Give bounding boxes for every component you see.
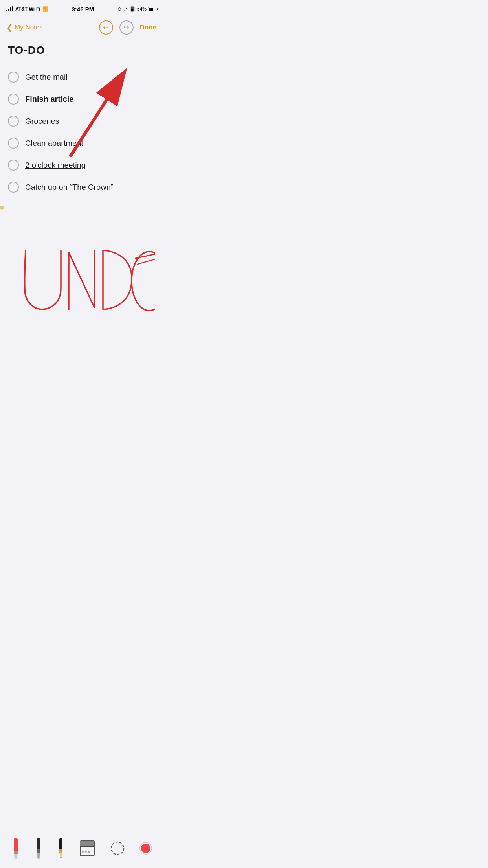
todo-item: Finish article [8,88,155,110]
location-icon: ⊙ [117,6,121,12]
back-label: My Notes [15,24,43,31]
nav-actions: ↩ ↪ Done [99,20,157,35]
redo-button[interactable]: ↪ [119,20,134,35]
todo-item: Clean apartment [8,132,155,154]
back-button[interactable]: ❮ My Notes [6,24,43,31]
battery-icon [148,7,156,11]
todo-text-6: Catch up on “The Crown” [25,183,114,192]
carrier-text: AT&T Wi-Fi [15,6,40,12]
done-button[interactable]: Done [140,24,157,31]
todo-text-5: 2 o'clock meeting [25,161,86,170]
status-left: AT&T Wi-Fi 📶 [6,6,48,12]
wifi-icon: 📶 [42,6,48,12]
status-bar: AT&T Wi-Fi 📶 3:46 PM ⊙ ↗ 📳 64% [0,0,163,17]
todo-item: 2 o'clock meeting [8,154,155,176]
chevron-left-icon: ❮ [6,24,13,31]
divider-dot [0,206,4,210]
status-right: ⊙ ↗ 📳 64% [117,6,156,12]
note-content: TO-DO Get the mail Finish article Grocer… [0,38,163,204]
status-time: 3:46 PM [48,6,117,13]
todo-item: Get the mail [8,66,155,88]
nav-bar: ❮ My Notes ↩ ↪ Done [0,17,163,38]
signal-icon [6,7,13,11]
divider-line [6,208,156,208]
todo-checkbox-2[interactable] [8,94,19,105]
drawing-area[interactable] [0,211,163,337]
note-title: TO-DO [8,44,155,57]
redo-icon: ↪ [123,23,129,32]
undo-button[interactable]: ↩ [99,20,113,35]
todo-list: Get the mail Finish article Groceries Cl… [8,66,155,198]
svg-line-3 [136,252,155,258]
todo-text-1: Get the mail [25,73,68,82]
undo-handwriting [8,219,155,329]
todo-checkbox-6[interactable] [8,182,19,193]
battery: 64% [137,6,156,12]
bluetooth-icon: 📳 [129,6,135,12]
section-divider [0,208,163,208]
todo-text-2: Finish article [25,95,73,104]
todo-checkbox-3[interactable] [8,116,19,127]
todo-checkbox-5[interactable] [8,160,19,171]
todo-checkbox-4[interactable] [8,138,19,149]
todo-item: Catch up on “The Crown” [8,176,155,198]
todo-text-4: Clean apartment [25,139,83,148]
battery-percent: 64% [137,6,147,12]
todo-text-3: Groceries [25,117,59,126]
arrow-icon: ↗ [123,6,127,12]
undo-icon: ↩ [103,23,109,32]
todo-item: Groceries [8,110,155,132]
todo-checkbox-1[interactable] [8,72,19,83]
